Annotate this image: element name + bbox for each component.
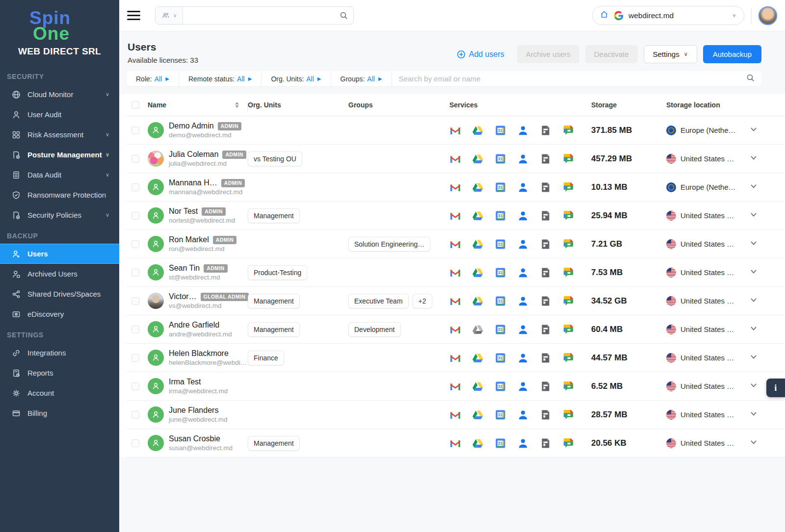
sidebar-item-ediscovery[interactable]: eDiscovery (0, 304, 119, 324)
row-expand-chevron-icon[interactable] (750, 268, 757, 277)
sidebar-section-security: SECURITY (0, 66, 119, 84)
table-row[interactable]: Mannana H…ADMINmannana@webdirect.md3110.… (127, 173, 785, 202)
admin-badge: ADMIN (204, 264, 227, 273)
row-checkbox[interactable] (131, 297, 139, 305)
sites-icon (540, 210, 551, 222)
sidebar-item-users[interactable]: Users (0, 244, 119, 264)
caret-right-icon: ▶ (165, 76, 169, 81)
filter-org-units[interactable]: Org. Units:All▶ (262, 71, 331, 86)
row-checkbox[interactable] (131, 212, 139, 220)
sort-icon[interactable] (235, 102, 239, 108)
avatar (148, 122, 164, 138)
row-checkbox[interactable] (131, 411, 139, 419)
deactivate-button[interactable]: Deactivate (585, 45, 638, 63)
row-checkbox[interactable] (131, 439, 139, 447)
row-expand-chevron-icon[interactable] (750, 382, 757, 391)
avatar (148, 151, 164, 167)
svg-text:31: 31 (497, 327, 502, 332)
table-search-input[interactable] (399, 75, 746, 83)
available-licenses: Available licenses: 33 (128, 56, 198, 64)
sidebar-item-archived-users[interactable]: Archived Users (0, 264, 119, 284)
sidebar-item-integrations[interactable]: Integrations (0, 343, 119, 363)
us-flag-icon (666, 239, 676, 249)
row-checkbox[interactable] (131, 183, 139, 191)
hamburger-menu-icon[interactable] (127, 11, 140, 20)
column-header-name: Name (148, 101, 166, 109)
table-row[interactable]: Ron MarkelADMINron@webdirect.mdSolution … (127, 230, 785, 258)
gmail-icon (449, 238, 461, 250)
row-checkbox[interactable] (131, 382, 139, 390)
sidebar-item-billing[interactable]: Billing (0, 403, 119, 423)
sidebar-item-cloud-monitor[interactable]: Cloud Monitor∨ (0, 84, 119, 104)
search-icon[interactable] (746, 74, 755, 84)
row-expand-chevron-icon[interactable] (750, 297, 757, 305)
filter-groups[interactable]: Groups:All▶ (331, 71, 392, 86)
storage-value: 371.85 MB (591, 126, 632, 135)
us-flag-icon (666, 296, 676, 306)
shield-icon (12, 191, 21, 200)
row-expand-chevron-icon[interactable] (750, 439, 757, 448)
page-title: Users (128, 41, 198, 53)
sidebar-item-risk-assessment[interactable]: Risk Assessment∨ (0, 125, 119, 145)
sidebar-item-security-policies[interactable]: Security Policies∨ (0, 205, 119, 225)
user-email: june@webdirect.md (169, 416, 228, 423)
row-expand-chevron-icon[interactable] (750, 126, 757, 135)
gmail-icon (449, 380, 461, 392)
autobackup-button[interactable]: Autobackup (703, 45, 761, 63)
settings-button[interactable]: Settings ∨ (644, 45, 697, 63)
row-expand-chevron-icon[interactable] (750, 410, 757, 419)
info-button[interactable]: i (766, 379, 785, 397)
column-header-storage-location: Storage location (666, 101, 720, 109)
calendar-icon: 31 (495, 181, 506, 193)
user-avatar[interactable] (759, 6, 777, 25)
filter-label: Remote status: (188, 75, 235, 83)
row-expand-chevron-icon[interactable] (750, 354, 757, 362)
select-all-checkbox[interactable] (131, 101, 139, 109)
row-checkbox[interactable] (131, 240, 139, 248)
row-expand-chevron-icon[interactable] (750, 183, 757, 192)
filter-value: All (237, 75, 245, 83)
filter-role[interactable]: Role:All▶ (127, 71, 179, 86)
search-scope-selector[interactable]: ∨ (156, 7, 183, 24)
user-name-block: Julia ColemanADMINjulia@webdirect.md (169, 150, 246, 167)
search-input[interactable] (183, 7, 340, 24)
sidebar-item-shared-drives-spaces[interactable]: Shared Drives/Spaces (0, 284, 119, 304)
sidebar-item-ransomware-protection[interactable]: Ransomware Protection (0, 185, 119, 205)
row-checkbox[interactable] (131, 326, 139, 333)
add-users-button[interactable]: Add users (457, 50, 504, 59)
sidebar-item-user-audit[interactable]: User Audit (0, 104, 119, 125)
sidebar-item-label: Ransomware Protection (27, 191, 106, 199)
filter-label: Org. Units: (271, 75, 304, 83)
filter-remote-status[interactable]: Remote status:All▶ (179, 71, 262, 86)
table-row[interactable]: Irma Testirma@webdirect.md316.52 MBUnite… (127, 372, 785, 401)
sidebar-item-label: Data Audit (27, 171, 61, 179)
table-row[interactable]: Demo AdminADMINdemo@webdirect.md31371.85… (127, 116, 785, 145)
row-checkbox[interactable] (131, 127, 139, 134)
table-row[interactable]: Susan Crosbiesusan@webdirect.mdManagemen… (127, 429, 785, 457)
archive-users-button[interactable]: Archive users (517, 45, 579, 63)
user-name-block: Nor TestADMINnortest@webdirect.md (169, 207, 235, 224)
row-expand-chevron-icon[interactable] (750, 211, 757, 220)
row-checkbox[interactable] (131, 269, 139, 277)
search-icon[interactable] (340, 11, 348, 20)
sidebar-item-data-audit[interactable]: Data Audit∨ (0, 165, 119, 185)
row-checkbox[interactable] (131, 155, 139, 163)
sidebar-item-reports[interactable]: Reports (0, 363, 119, 383)
table-row[interactable]: Andre Garfieldandre@webdirect.mdManageme… (127, 315, 785, 344)
sidebar-item-account[interactable]: Account (0, 383, 119, 403)
row-checkbox[interactable] (131, 354, 139, 362)
table-row[interactable]: June Flandersjune@webdirect.md3128.57 MB… (127, 401, 785, 429)
table-row[interactable]: Sean TinADMINst@webdirect.mdProduct-Test… (127, 258, 785, 287)
ediscovery-icon (12, 310, 21, 319)
table-row[interactable]: Nor TestADMINnortest@webdirect.mdManagem… (127, 202, 785, 230)
table-row[interactable]: Helen BlackmorehelenBlackmore@webdi…Fina… (127, 344, 785, 372)
sidebar-item-posture-management[interactable]: Posture Management∨ (0, 145, 119, 165)
row-expand-chevron-icon[interactable] (750, 325, 757, 334)
domain-selector[interactable]: webdirect.md ▼ (592, 6, 744, 25)
table-row[interactable]: Victor…GLOBAL ADMINvs@webdirect.mdManage… (127, 287, 785, 315)
row-expand-chevron-icon[interactable] (750, 154, 757, 163)
row-expand-chevron-icon[interactable] (750, 240, 757, 249)
table-row[interactable]: Julia ColemanADMINjulia@webdirect.mdvs T… (127, 145, 785, 173)
avatar (148, 264, 164, 280)
chat-icon (562, 409, 574, 421)
